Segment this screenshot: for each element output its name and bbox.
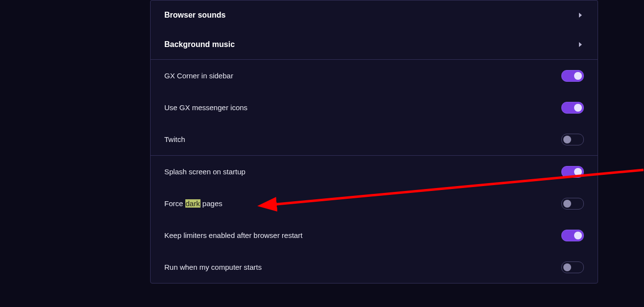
force-dark-toggle[interactable] xyxy=(561,198,584,210)
background-music-row[interactable]: Background music xyxy=(151,30,598,59)
twitch-label: Twitch xyxy=(164,135,185,144)
run-on-startup-toggle[interactable] xyxy=(561,261,584,273)
gx-corner-row: GX Corner in sidebar xyxy=(151,60,598,92)
keep-limiters-row: Keep limiters enabled after browser rest… xyxy=(151,219,598,251)
run-on-startup-label: Run when my computer starts xyxy=(164,263,262,272)
settings-panel: Browser sounds Background music GX Corne… xyxy=(150,0,598,283)
run-on-startup-row: Run when my computer starts xyxy=(151,251,598,283)
force-dark-post: pages xyxy=(200,199,222,208)
gx-messenger-row: Use GX messenger icons xyxy=(151,92,598,123)
gx-messenger-toggle[interactable] xyxy=(561,102,584,114)
chevron-right-icon xyxy=(579,42,582,47)
gx-corner-label: GX Corner in sidebar xyxy=(164,71,233,80)
gx-corner-toggle[interactable] xyxy=(561,70,584,82)
twitch-toggle[interactable] xyxy=(561,134,584,145)
browser-sounds-label: Browser sounds xyxy=(164,10,225,20)
force-dark-row: Force dark pages xyxy=(151,188,598,219)
force-dark-highlight: dark xyxy=(185,199,200,208)
gx-messenger-label: Use GX messenger icons xyxy=(164,103,247,112)
force-dark-pre: Force xyxy=(164,199,185,208)
twitch-row: Twitch xyxy=(151,123,598,155)
splash-screen-row: Splash screen on startup xyxy=(151,156,598,188)
browser-sounds-row[interactable]: Browser sounds xyxy=(151,0,598,30)
background-music-label: Background music xyxy=(164,40,235,49)
chevron-right-icon xyxy=(579,13,582,18)
keep-limiters-label: Keep limiters enabled after browser rest… xyxy=(164,231,303,240)
splash-screen-label: Splash screen on startup xyxy=(164,167,245,176)
keep-limiters-toggle[interactable] xyxy=(561,230,584,241)
splash-screen-toggle[interactable] xyxy=(561,166,584,178)
force-dark-label: Force dark pages xyxy=(164,199,222,208)
